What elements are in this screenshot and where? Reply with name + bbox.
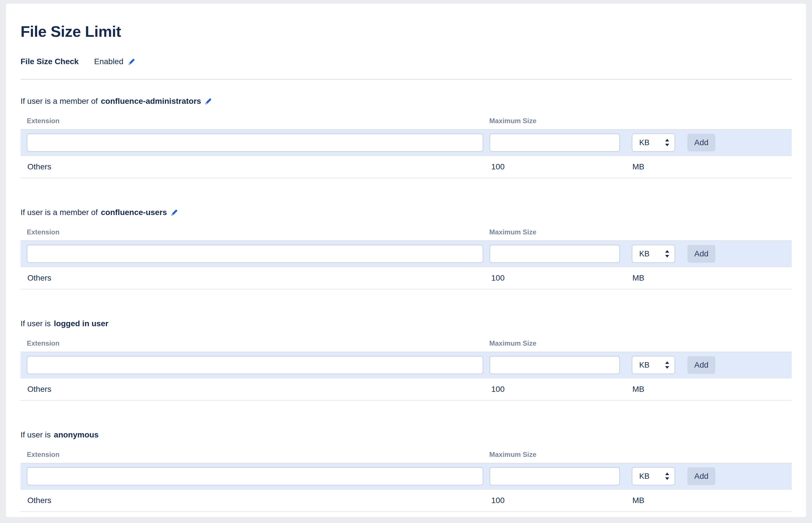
file-size-check-label: File Size Check bbox=[20, 57, 94, 67]
others-unit-value: MB bbox=[632, 496, 644, 505]
pencil-icon bbox=[170, 208, 179, 217]
others-unit-value: MB bbox=[632, 385, 644, 394]
group-name: confluence-users bbox=[101, 207, 167, 218]
file-size-check-row: File Size Check Enabled bbox=[20, 57, 792, 67]
file-size-limit-panel: File Size Limit File Size Check Enabled … bbox=[6, 4, 806, 517]
extension-input[interactable] bbox=[27, 467, 483, 485]
column-headers: Extension Maximum Size bbox=[20, 339, 792, 348]
section-title: If user is a member of confluence-admini… bbox=[20, 95, 792, 107]
select-arrows-icon bbox=[664, 360, 670, 369]
add-limit-row: KB Add bbox=[20, 352, 792, 378]
rule-section-logged-in-user: If user is logged in user Extension Maxi… bbox=[20, 318, 792, 401]
rule-section-confluence-users: If user is a member of confluence-users … bbox=[20, 207, 792, 289]
group-name: logged in user bbox=[54, 318, 108, 329]
add-limit-row: KB Add bbox=[20, 241, 792, 267]
section-title: If user is anonymous bbox=[20, 429, 792, 440]
others-size-value: 100 bbox=[491, 273, 632, 283]
extension-input[interactable] bbox=[27, 245, 483, 263]
others-label: Others bbox=[20, 385, 491, 394]
select-arrows-icon bbox=[664, 472, 670, 481]
file-size-check-value: Enabled bbox=[94, 57, 124, 67]
column-headers: Extension Maximum Size bbox=[20, 116, 792, 125]
others-row: Others 100 MB bbox=[20, 489, 792, 512]
add-button[interactable]: Add bbox=[687, 245, 715, 263]
others-unit-value: MB bbox=[632, 162, 644, 172]
rule-prefix: If user is a member of bbox=[20, 95, 98, 107]
add-button[interactable]: Add bbox=[687, 134, 715, 151]
unit-select[interactable]: KB bbox=[632, 245, 675, 263]
others-unit-value: MB bbox=[632, 273, 644, 283]
edit-group-icon[interactable] bbox=[204, 97, 213, 106]
limits-table: KB Add Others 100 MB bbox=[20, 351, 792, 401]
select-arrows-icon bbox=[664, 249, 670, 258]
rule-prefix: If user is a member of bbox=[20, 207, 98, 218]
page-title: File Size Limit bbox=[20, 22, 792, 40]
select-arrows-icon bbox=[664, 138, 670, 147]
unit-select-value: KB bbox=[639, 361, 649, 369]
column-headers: Extension Maximum Size bbox=[20, 228, 792, 236]
add-button[interactable]: Add bbox=[687, 356, 715, 374]
extension-column-header: Extension bbox=[20, 339, 489, 348]
unit-select-value: KB bbox=[639, 138, 649, 147]
max-size-input[interactable] bbox=[490, 133, 620, 152]
unit-select-value: KB bbox=[639, 250, 649, 258]
limits-table: KB Add Others 100 MB bbox=[20, 129, 792, 178]
unit-select[interactable]: KB bbox=[632, 133, 675, 152]
extension-column-header: Extension bbox=[20, 228, 489, 236]
column-headers: Extension Maximum Size bbox=[20, 450, 792, 459]
others-row: Others 100 MB bbox=[20, 267, 792, 289]
edit-file-size-check-icon[interactable] bbox=[127, 57, 136, 66]
extension-input[interactable] bbox=[27, 133, 483, 152]
extension-column-header: Extension bbox=[20, 116, 489, 125]
section-title: If user is logged in user bbox=[20, 318, 792, 329]
pencil-icon bbox=[204, 97, 213, 106]
max-size-input[interactable] bbox=[490, 467, 620, 485]
rule-section-confluence-administrators: If user is a member of confluence-admini… bbox=[20, 95, 792, 178]
max-size-input[interactable] bbox=[490, 356, 620, 374]
others-size-value: 100 bbox=[491, 496, 632, 505]
add-button[interactable]: Add bbox=[687, 467, 715, 485]
pencil-icon bbox=[127, 57, 136, 66]
section-title: If user is a member of confluence-users bbox=[20, 207, 792, 218]
others-label: Others bbox=[20, 162, 491, 172]
rule-prefix: If user is bbox=[20, 429, 51, 440]
others-label: Others bbox=[20, 273, 491, 283]
limits-table: KB Add Others 100 MB bbox=[20, 240, 792, 289]
max-size-column-header: Maximum Size bbox=[489, 450, 536, 459]
max-size-column-header: Maximum Size bbox=[489, 339, 536, 348]
section-divider bbox=[20, 79, 792, 79]
max-size-column-header: Maximum Size bbox=[489, 228, 536, 236]
rule-section-anonymous: If user is anonymous Extension Maximum S… bbox=[20, 429, 792, 512]
extension-input[interactable] bbox=[27, 356, 483, 374]
max-size-column-header: Maximum Size bbox=[489, 116, 536, 125]
others-label: Others bbox=[20, 496, 491, 505]
unit-select[interactable]: KB bbox=[632, 356, 675, 374]
group-name: anonymous bbox=[54, 429, 99, 440]
others-row: Others 100 MB bbox=[20, 378, 792, 401]
edit-group-icon[interactable] bbox=[170, 208, 179, 217]
add-limit-row: KB Add bbox=[20, 130, 792, 156]
others-row: Others 100 MB bbox=[20, 156, 792, 178]
unit-select-value: KB bbox=[639, 472, 649, 481]
rule-prefix: If user is bbox=[20, 318, 51, 329]
max-size-input[interactable] bbox=[490, 245, 620, 263]
unit-select[interactable]: KB bbox=[632, 467, 675, 485]
add-limit-row: KB Add bbox=[20, 464, 792, 489]
others-size-value: 100 bbox=[491, 162, 632, 172]
others-size-value: 100 bbox=[491, 385, 632, 394]
group-name: confluence-administrators bbox=[101, 95, 201, 107]
extension-column-header: Extension bbox=[20, 450, 489, 459]
limits-table: KB Add Others 100 MB bbox=[20, 463, 792, 512]
